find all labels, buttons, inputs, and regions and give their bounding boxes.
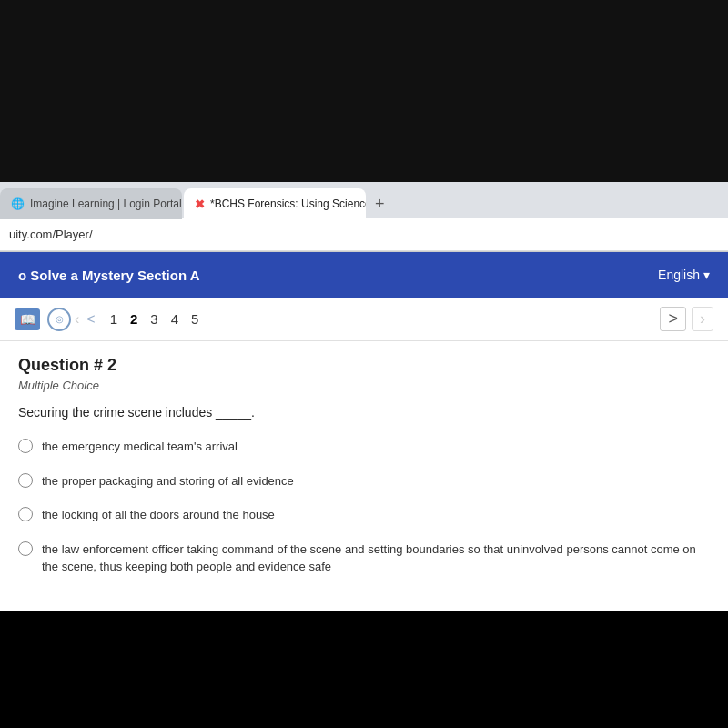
tab-bar: 🌐 Imagine Learning | Login Portal ✕ ✖ *B… [0,182,728,218]
x-icon: ✖ [195,197,205,211]
page-3[interactable]: 3 [150,311,157,327]
tab-imagine-learning[interactable]: 🌐 Imagine Learning | Login Portal ✕ [0,188,182,219]
content-area: Question # 2 Multiple Choice Securing th… [0,341,728,611]
nav-bar-wrapper: 📖 ◎ ‹ < 1 2 3 4 5 > › [15,307,713,331]
app-header-title: o Solve a Mystery Section A [18,268,200,283]
page-2[interactable]: 2 [130,311,137,327]
app-header: o Solve a Mystery Section A English ▾ [0,252,728,298]
radio-4[interactable] [18,541,33,556]
question-text: Securing the crime scene includes _____. [18,405,710,420]
dark-top-area [0,0,728,182]
option-text-3: the locking of all the doors around the … [42,506,275,524]
answer-option-2[interactable]: the proper packaging and storing of all … [18,472,710,490]
chevron-down-icon: ▾ [703,268,710,282]
next-section-icon[interactable]: › [692,307,713,331]
question-header: Question # 2 [18,356,710,375]
language-label[interactable]: English ▾ [658,268,710,282]
new-tab-button[interactable]: + [368,196,392,212]
radio-3[interactable] [18,507,33,521]
answer-option-1[interactable]: the emergency medical team's arrival [18,438,710,456]
option-text-4: the law enforcement officer taking comma… [42,541,710,576]
radio-1[interactable] [18,439,33,453]
radio-2[interactable] [18,473,33,488]
page-1[interactable]: 1 [110,311,117,327]
nav-bar: 📖 ◎ ‹ < 1 2 3 4 5 > › [0,298,728,341]
language-selector[interactable]: English ▾ [658,268,710,282]
tab-bchs-label: *BCHS Forensics: Using Science [210,197,366,210]
answer-option-4[interactable]: the law enforcement officer taking comma… [18,541,710,576]
arrow-left-disabled-icon[interactable]: ‹ [71,311,83,328]
option-text-2: the proper packaging and storing of all … [42,472,294,490]
arrow-left-icon[interactable]: < [83,311,98,328]
screen-wrapper: 🌐 Imagine Learning | Login Portal ✕ ✖ *B… [0,0,728,728]
pagination: 1 2 3 4 5 [110,311,199,327]
globe-icon: 🌐 [11,197,25,210]
answer-option-3[interactable]: the locking of all the doors around the … [18,506,710,524]
tab-imagine-label: Imagine Learning | Login Portal [30,197,182,210]
book-icon[interactable]: 📖 [15,308,40,330]
tab-bchs-forensics[interactable]: ✖ *BCHS Forensics: Using Science ✕ [184,188,366,219]
address-bar: uity.com/Player/ [0,218,728,251]
page-4[interactable]: 4 [171,311,178,327]
option-text-1: the emergency medical team's arrival [42,438,238,456]
question-type: Multiple Choice [18,379,710,392]
arrow-right-icon[interactable]: > [660,307,686,331]
page-5[interactable]: 5 [191,311,198,327]
language-text: English [658,268,700,282]
browser-chrome: 🌐 Imagine Learning | Login Portal ✕ ✖ *B… [0,182,728,252]
address-text: uity.com/Player/ [9,228,93,241]
target-icon[interactable]: ◎ [47,308,71,331]
